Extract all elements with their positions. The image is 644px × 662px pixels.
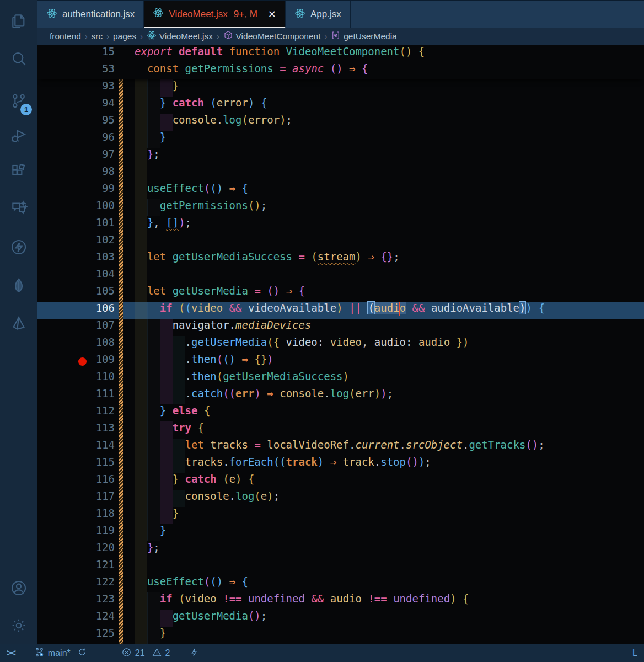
code-text[interactable]: } catch (error) { <box>123 97 644 114</box>
line-number[interactable]: 122 <box>37 575 119 592</box>
files-icon[interactable] <box>0 6 37 36</box>
code-text[interactable]: const getPermissions = async () ⇒ { <box>123 62 644 79</box>
code-line[interactable]: 100 getPermissions(); <box>37 199 644 216</box>
code-line[interactable]: 114 let tracks = localVideoRef.current.s… <box>37 439 644 456</box>
code-line[interactable]: 106 if ((video && videoAvailable) || (au… <box>37 302 644 319</box>
code-text[interactable]: .getUserMedia({ video: video, audio: aud… <box>123 336 644 353</box>
code-text[interactable]: } <box>123 131 644 148</box>
thunder-client-icon[interactable] <box>0 232 37 263</box>
line-number[interactable]: 93 <box>37 79 119 97</box>
code-line[interactable]: 109 .then(() ⇒ {}) <box>37 353 644 370</box>
line-number[interactable]: 115 <box>37 456 119 473</box>
code-text[interactable]: if (video !== undefined && audio !== und… <box>123 592 644 610</box>
search-icon[interactable] <box>0 43 37 74</box>
code-text[interactable]: .then(getUserMediaSuccess) <box>123 370 644 387</box>
code-text[interactable] <box>123 165 644 182</box>
line-number[interactable]: 95 <box>37 114 119 131</box>
cursor-position[interactable]: L <box>632 648 637 658</box>
line-number[interactable]: 120 <box>37 541 119 558</box>
code-line[interactable]: 94 } catch (error) { <box>37 97 644 114</box>
code-line[interactable]: 119 } <box>37 524 644 541</box>
line-number[interactable]: 113 <box>37 421 119 439</box>
code-text[interactable]: } catch (e) { <box>123 473 644 490</box>
line-number[interactable]: 15 <box>37 45 119 62</box>
line-number[interactable]: 104 <box>37 268 119 285</box>
code-text[interactable]: } <box>123 524 644 541</box>
line-number[interactable]: 53 <box>37 62 119 79</box>
line-number[interactable]: 109 <box>37 353 119 370</box>
code-line[interactable]: 115 tracks.forEach((track) ⇒ track.stop(… <box>37 456 644 473</box>
extensions-icon[interactable] <box>0 156 37 186</box>
code-line[interactable]: 117 console.log(e); <box>37 490 644 507</box>
line-number[interactable]: 99 <box>37 182 119 199</box>
code-text[interactable]: }; <box>123 541 644 558</box>
code-text[interactable]: try { <box>123 421 644 439</box>
prisma-icon[interactable] <box>0 308 37 339</box>
code-text[interactable]: } <box>123 507 644 524</box>
code-line[interactable]: 15export default function VideoMeetCompo… <box>37 45 644 62</box>
code-text[interactable]: useEffect(() ⇒ { <box>123 182 644 199</box>
code-text[interactable]: }; <box>123 148 644 165</box>
code-text[interactable] <box>123 233 644 250</box>
line-number[interactable]: 112 <box>37 404 119 421</box>
code-text[interactable]: let getUserMediaSuccess = (stream) ⇒ {}; <box>123 250 644 268</box>
line-number[interactable]: 101 <box>37 216 119 233</box>
settings-gear-icon[interactable] <box>0 610 37 641</box>
code-text[interactable]: tracks.forEach((track) ⇒ track.stop()); <box>123 456 644 473</box>
code-text[interactable]: getPermissions(); <box>123 199 644 216</box>
code-line[interactable]: 123 if (video !== undefined && audio !==… <box>37 592 644 610</box>
code-text[interactable]: let getUserMedia = () ⇒ { <box>123 285 644 302</box>
code-text[interactable]: } <box>123 79 644 97</box>
line-number[interactable]: 125 <box>37 627 119 644</box>
code-text[interactable]: }, []); <box>123 216 644 233</box>
code-text[interactable]: } else { <box>123 404 644 421</box>
problems-indicator[interactable]: 21 2 <box>121 647 170 660</box>
code-line[interactable]: 111 .catch((err) ⇒ console.log(err)); <box>37 387 644 404</box>
run-debug-icon[interactable] <box>0 120 37 151</box>
breadcrumb-item-frontend[interactable]: frontend <box>50 31 81 41</box>
code-line[interactable]: 96 } <box>37 131 644 148</box>
line-number[interactable]: 97 <box>37 148 119 165</box>
line-number[interactable]: 108 <box>37 336 119 353</box>
code-line[interactable]: 98 <box>37 165 644 182</box>
code-line[interactable]: 108 .getUserMedia({ video: video, audio:… <box>37 336 644 353</box>
code-text[interactable]: } <box>123 627 644 644</box>
breadcrumb-item-pages[interactable]: pages <box>113 31 136 41</box>
line-number[interactable]: 103 <box>37 250 119 268</box>
account-icon[interactable] <box>0 573 37 604</box>
line-number[interactable]: 121 <box>37 558 119 575</box>
remote-indicator[interactable]: >< <box>7 648 14 659</box>
line-number[interactable]: 107 <box>37 319 119 336</box>
code-text[interactable]: .then(() ⇒ {}) <box>123 353 644 370</box>
code-text[interactable]: if ((video && videoAvailable) || (audio … <box>123 302 644 319</box>
code-line[interactable]: 112 } else { <box>37 404 644 421</box>
code-line[interactable]: 102 <box>37 233 644 250</box>
code-line[interactable]: 121 <box>37 558 644 575</box>
tab-videomeet-active[interactable]: VideoMeet.jsx 9+, M ✕ <box>144 1 286 28</box>
code-line[interactable]: 104 <box>37 268 644 285</box>
code-line[interactable]: 118 } <box>37 507 644 524</box>
line-number[interactable]: 106 <box>37 302 119 319</box>
line-number[interactable]: 116 <box>37 473 119 490</box>
branch-indicator[interactable]: main* <box>34 647 87 660</box>
code-line[interactable]: 101 }, []); <box>37 216 644 233</box>
code-text[interactable] <box>123 268 644 285</box>
code-text[interactable]: getUserMedia(); <box>123 610 644 627</box>
line-number[interactable]: 98 <box>37 165 119 182</box>
code-line[interactable]: 95 console.log(error); <box>37 114 644 131</box>
code-text[interactable]: export default function VideoMeetCompone… <box>123 45 644 62</box>
line-number[interactable]: 119 <box>37 524 119 541</box>
breakpoint-icon[interactable] <box>78 357 87 366</box>
code-line[interactable]: 99 useEffect(() ⇒ { <box>37 182 644 199</box>
line-number[interactable]: 105 <box>37 285 119 302</box>
code-line[interactable]: 124 getUserMedia(); <box>37 610 644 627</box>
code-line[interactable]: 97 }; <box>37 148 644 165</box>
code-line[interactable]: 103 let getUserMediaSuccess = (stream) ⇒… <box>37 250 644 268</box>
line-number[interactable]: 117 <box>37 490 119 507</box>
code-line[interactable]: 93 } <box>37 79 644 97</box>
code-text[interactable]: useEffect(() ⇒ { <box>123 575 644 592</box>
line-number[interactable]: 111 <box>37 387 119 404</box>
code-text[interactable] <box>123 558 644 575</box>
code-text[interactable]: console.log(error); <box>123 114 644 131</box>
code-line[interactable]: 122 useEffect(() ⇒ { <box>37 575 644 592</box>
